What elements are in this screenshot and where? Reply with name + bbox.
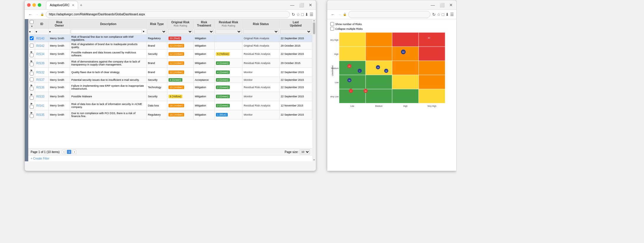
svg-text:Medium: Medium xyxy=(375,105,383,107)
scrollbar[interactable]: ▲ ▼ xyxy=(312,19,316,161)
hm-close-icon[interactable]: ✕ xyxy=(448,2,454,8)
heatmap-address-bar: ← → 🔒 ↻ ☆ □ ⬇ ☰ xyxy=(327,10,456,19)
filter-desc-input[interactable] xyxy=(71,29,142,34)
scroll-thumb[interactable] xyxy=(313,22,315,34)
hm-cell-5-3[interactable] xyxy=(392,89,419,103)
hm-cell-4-3[interactable] xyxy=(392,75,419,89)
back-button[interactable]: ← xyxy=(27,12,34,17)
refresh-icon[interactable]: ↻ xyxy=(292,12,295,17)
next-page-button[interactable]: › xyxy=(72,150,76,154)
window-restore-icon[interactable]: ⬜ xyxy=(298,2,305,8)
row-checkbox[interactable] xyxy=(30,36,34,40)
cell-last-updated: 22 September 2015 xyxy=(279,35,312,42)
minimize-button[interactable] xyxy=(32,3,36,7)
window-close-icon[interactable]: ✕ xyxy=(308,2,313,8)
hm-minimize-icon[interactable]: — xyxy=(430,2,436,8)
page-1-button[interactable]: 1 xyxy=(67,150,71,154)
hm-cell-3-4[interactable] xyxy=(419,61,445,75)
hm-cell-2-3[interactable] xyxy=(392,47,419,61)
hm-cell-3-3[interactable] xyxy=(392,61,419,75)
th-residual-risk: Residual RiskRisk Rating xyxy=(214,19,242,29)
page-size-select[interactable]: 10 25 50 xyxy=(300,150,310,154)
prev-page-button[interactable]: ‹ xyxy=(62,150,66,154)
show-number-checkbox[interactable] xyxy=(330,22,334,26)
hm-restore-icon[interactable]: ⬜ xyxy=(438,2,446,8)
cell-description: Quality flaws due to lack of clear strat… xyxy=(70,68,147,77)
row-checkbox[interactable] xyxy=(30,78,34,81)
row-checkbox[interactable] xyxy=(30,105,34,109)
tab-close-icon[interactable]: ✕ xyxy=(72,4,74,7)
hm-cell-4-1[interactable] xyxy=(339,75,366,89)
new-tab-button[interactable]: + xyxy=(78,2,84,8)
expand-row-button[interactable]: ▶ xyxy=(31,60,33,63)
expand-row-button[interactable]: ▶ xyxy=(31,93,33,96)
cell-id: RIS34 xyxy=(35,50,49,59)
hm-url-input[interactable] xyxy=(348,11,430,18)
lock-icon[interactable]: 🔒 xyxy=(40,13,44,16)
cell-residual-risk: 4 (Green) xyxy=(214,77,242,83)
star-icon[interactable]: ☆ xyxy=(296,12,300,17)
hm-download-icon[interactable]: ⬇ xyxy=(445,12,449,17)
filter-cb: ▾ xyxy=(29,29,35,35)
hm-menu-icon[interactable]: ☰ xyxy=(450,12,454,17)
create-filter-link[interactable]: + Create Filter xyxy=(31,157,49,160)
hm-cell-1-4[interactable] xyxy=(419,32,445,47)
close-button[interactable] xyxy=(27,3,31,7)
hm-bookmark-icon[interactable]: □ xyxy=(442,12,444,17)
row-checkbox[interactable] xyxy=(30,96,34,100)
filter-type-select[interactable] xyxy=(147,29,166,34)
filter-original-select[interactable] xyxy=(168,29,193,34)
collapse-option[interactable]: Collapse multiple Risks xyxy=(330,27,453,31)
expand-row-button[interactable]: ▶ xyxy=(31,84,33,87)
filter-treatment-select[interactable] xyxy=(194,29,214,34)
hm-cell-3-1[interactable] xyxy=(339,61,366,75)
row-checkbox[interactable] xyxy=(30,44,34,47)
row-checkbox[interactable] xyxy=(30,114,34,118)
expand-row-button[interactable]: ▶ xyxy=(31,50,33,53)
dropdown-arrow-icon[interactable]: ▾ xyxy=(31,25,32,28)
risk-table: ▾ ID RiskOwner Description Risk Type Ori… xyxy=(28,19,312,119)
filter-residual-select[interactable] xyxy=(215,29,242,34)
cell-owner: Merry Smith xyxy=(49,35,70,42)
download-icon[interactable]: ⬇ xyxy=(305,12,308,17)
expand-row-button[interactable]: ▶ xyxy=(31,111,33,114)
hm-cell-4-4[interactable] xyxy=(419,75,445,89)
hm-cell-1-2[interactable] xyxy=(366,32,392,47)
browser-tab[interactable]: AdaptiveGRC ✕ xyxy=(46,1,78,9)
row-checkbox[interactable] xyxy=(30,87,34,91)
hm-cell-1-1[interactable] xyxy=(339,32,366,47)
maximize-button[interactable] xyxy=(38,3,41,7)
hm-cell-5-2[interactable] xyxy=(366,89,392,103)
cell-owner: Merry Smith xyxy=(49,42,70,50)
scroll-down-icon[interactable]: ▼ xyxy=(313,159,315,161)
expand-row-button[interactable]: ▶ xyxy=(31,69,33,72)
row-checkbox[interactable] xyxy=(30,63,34,66)
cell-risk-type: Regulatory xyxy=(147,35,167,42)
cell-original-risk: 15 (Amber) xyxy=(167,83,194,92)
hm-back-button[interactable]: ← xyxy=(330,12,336,17)
url-input[interactable] xyxy=(46,11,290,18)
collapse-checkbox[interactable] xyxy=(330,27,334,31)
menu-icon[interactable]: ☰ xyxy=(310,12,313,17)
row-checkbox[interactable] xyxy=(30,72,34,75)
th-risk-treatment: RiskTreatment xyxy=(194,19,215,29)
scroll-up-icon[interactable]: ▲ xyxy=(313,19,315,22)
filter-updated-select[interactable] xyxy=(280,29,311,34)
table-row: ▶RIS32Merry SmithQuality flaws due to la… xyxy=(29,68,312,77)
hm-cell-1-3[interactable] xyxy=(392,32,419,47)
hm-cell-2-4[interactable] xyxy=(419,47,445,61)
show-number-option[interactable]: Show number of Risks xyxy=(330,22,453,26)
window-minimize-icon[interactable]: — xyxy=(289,2,295,8)
row-checkbox[interactable] xyxy=(30,53,34,57)
hm-cell-2-1[interactable] xyxy=(339,47,366,61)
bookmark-icon[interactable]: □ xyxy=(301,12,304,17)
hm-cell-4-2[interactable] xyxy=(366,75,392,89)
filter-status-select[interactable] xyxy=(243,29,279,34)
hm-star-icon[interactable]: ☆ xyxy=(437,12,441,17)
table-row: RIS40Merry SmithRisk of financial fine d… xyxy=(29,35,312,42)
hm-refresh-icon[interactable]: ↻ xyxy=(432,12,436,17)
hm-cell-2-2[interactable] xyxy=(366,47,392,61)
expand-row-button[interactable]: ▶ xyxy=(31,102,33,105)
hm-cell-5-4[interactable] xyxy=(419,89,445,103)
select-all-checkbox[interactable] xyxy=(30,20,34,24)
